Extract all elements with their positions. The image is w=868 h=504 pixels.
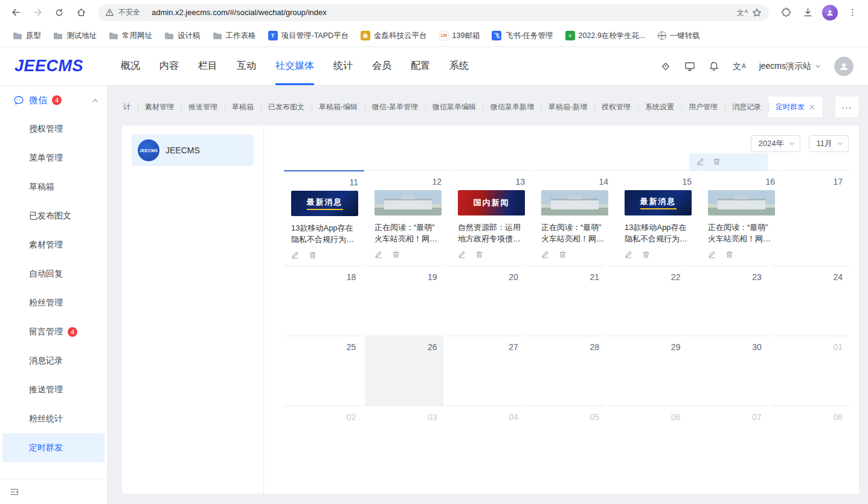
edit-icon[interactable] — [625, 250, 632, 258]
calendar-day-cell[interactable]: 07 — [689, 406, 767, 476]
bookmark-item[interactable]: 金 金磊科技云平台 — [355, 28, 432, 43]
calendar-day-cell[interactable]: 26 — [365, 336, 443, 406]
sidebar-item[interactable]: 留言管理 4 — [2, 317, 104, 346]
workspace-tab[interactable]: 微信-菜单管理 — [365, 97, 425, 117]
jeecms-logo[interactable]: JEECMS — [14, 57, 83, 75]
nav-item[interactable]: 系统 — [449, 47, 469, 85]
calendar-day-cell[interactable]: 13 国内新闻 自然资源部：运用地方政府专项债券资... — [451, 170, 531, 266]
calendar-day-cell[interactable]: 01 — [771, 336, 849, 406]
calendar-day-cell[interactable]: 27 — [446, 336, 524, 406]
workspace-tab[interactable]: 消息记录 — [725, 97, 768, 117]
calendar-day-cell[interactable]: 11 最新消息 13款移动App存在隐私不合规行为，涉... — [284, 170, 364, 266]
calendar-day-cell[interactable] — [365, 153, 443, 170]
calendar-day-cell[interactable]: 16 正在阅读：“最萌”火车站亮相！网友：... — [701, 170, 781, 266]
delete-icon[interactable] — [725, 250, 733, 258]
calendar-day-cell[interactable] — [446, 153, 524, 170]
edit-icon[interactable] — [291, 251, 299, 259]
nav-item[interactable]: 社交媒体 — [275, 47, 314, 85]
year-select[interactable]: 2024年 — [751, 135, 800, 152]
theme-skin-icon[interactable] — [660, 61, 671, 72]
bookmark-item[interactable]: 常用网址 — [103, 28, 158, 43]
calendar-day-cell[interactable] — [689, 153, 767, 170]
calendar-day-cell[interactable]: 29 — [608, 336, 686, 406]
delete-icon[interactable] — [559, 250, 567, 258]
bookmark-item[interactable]: 测试地址 — [48, 28, 102, 43]
back-icon[interactable] — [6, 3, 25, 22]
workspace-tab[interactable]: 推送管理 — [181, 97, 225, 117]
calendar-day-cell[interactable]: 15 最新消息 13款移动App存在隐私不合规行为，涉... — [617, 170, 698, 266]
calendar-day-cell[interactable]: 02 — [284, 406, 362, 476]
calendar-day-cell[interactable]: 21 — [527, 266, 605, 336]
sidebar-item[interactable]: 粉丝管理 — [2, 289, 104, 317]
chevron-up-icon[interactable] — [92, 97, 98, 104]
workspace-tab[interactable]: 定时群发 — [768, 97, 822, 117]
not-secure-warning-icon[interactable] — [105, 8, 114, 17]
edit-icon[interactable] — [708, 250, 716, 258]
nav-item[interactable]: 配置 — [411, 47, 430, 85]
sidebar-item[interactable]: 自动回复 — [2, 260, 104, 289]
tab-more-button[interactable]: ··· — [835, 97, 858, 117]
calendar-day-cell[interactable]: 12 正在阅读：“最萌”火车站亮相！网友：... — [367, 170, 448, 266]
calendar-day-cell[interactable]: 17 — [784, 170, 849, 266]
nav-item[interactable]: 栏目 — [198, 47, 217, 85]
calendar-day-cell[interactable]: 05 — [527, 406, 605, 476]
notifications-bell-icon[interactable] — [709, 61, 719, 72]
browser-profile-avatar[interactable] — [822, 5, 838, 21]
workspace-tab[interactable]: 素材管理 — [138, 97, 181, 117]
bookmark-item[interactable]: ≡ 2022.9在校学生花... — [560, 28, 651, 43]
reload-icon[interactable] — [50, 3, 69, 22]
sidebar-item[interactable]: 推送管理 — [2, 375, 104, 404]
calendar-day-cell[interactable] — [608, 153, 686, 170]
edit-icon[interactable] — [541, 250, 549, 258]
sidebar-item[interactable]: 已发布图文 — [2, 202, 104, 231]
workspace-tab[interactable]: 授权管理 — [594, 97, 638, 117]
nav-item[interactable]: 内容 — [159, 47, 179, 85]
address-bar[interactable]: 不安全 admin.x2.jeecms.com/#/social/wechat/… — [98, 4, 769, 21]
calendar-day-cell[interactable]: 20 — [446, 266, 524, 336]
bookmark-item[interactable]: 一键转载 — [652, 28, 706, 43]
site-selector[interactable]: jeecms演示站 — [759, 61, 821, 72]
collapse-sidebar-icon[interactable] — [10, 487, 19, 497]
forward-icon[interactable] — [28, 3, 47, 22]
calendar-day-cell[interactable]: 19 — [365, 266, 443, 336]
bookmark-item[interactable]: T 项目管理-TAPD平台 — [263, 28, 355, 43]
workspace-tab[interactable]: 已发布图文 — [261, 97, 312, 117]
edit-icon[interactable] — [696, 158, 704, 165]
sidebar-group-wechat[interactable]: 微信 4 — [0, 86, 107, 115]
month-select[interactable]: 11月 — [809, 135, 849, 152]
workspace-tab[interactable]: 微信菜单编辑 — [425, 97, 483, 117]
calendar-day-cell[interactable]: 18 — [284, 266, 362, 336]
translate-page-icon[interactable]: 文A — [737, 9, 748, 16]
sidebar-item[interactable]: 菜单管理 — [2, 144, 104, 173]
calendar-day-cell[interactable]: 08 — [771, 406, 849, 476]
calendar-day-cell[interactable]: 23 — [689, 266, 767, 336]
home-icon[interactable] — [71, 3, 91, 22]
calendar-day-cell[interactable]: 28 — [527, 336, 605, 406]
extensions-puzzle-icon[interactable] — [776, 3, 796, 22]
workspace-tab[interactable]: 用户管理 — [681, 97, 725, 117]
calendar-day-cell[interactable]: 04 — [446, 406, 524, 476]
bookmark-item[interactable]: 飞 飞书-任务管理 — [486, 28, 558, 43]
bookmark-item[interactable]: 工作表格 — [207, 28, 262, 43]
url-text[interactable]: admin.x2.jeecms.com/#/social/wechat/grou… — [152, 8, 733, 17]
edit-icon[interactable] — [375, 250, 382, 258]
delete-icon[interactable] — [309, 251, 317, 259]
nav-item[interactable]: 概况 — [121, 47, 140, 85]
nav-item[interactable]: 会员 — [372, 47, 391, 85]
calendar-day-cell[interactable]: 14 正在阅读：“最萌”火车站亮相！网友：... — [534, 170, 614, 266]
sidebar-item[interactable]: 草稿箱 — [2, 173, 104, 202]
nav-item[interactable]: 互动 — [237, 47, 256, 85]
edit-icon[interactable] — [458, 250, 466, 258]
sidebar-item[interactable]: 定时群发 — [2, 433, 104, 462]
delete-icon[interactable] — [392, 250, 400, 258]
preview-monitor-icon[interactable] — [684, 61, 695, 72]
calendar-day-cell[interactable] — [771, 153, 849, 170]
language-switch-icon[interactable]: 文A — [733, 62, 746, 71]
calendar-day-cell[interactable] — [527, 153, 605, 170]
delete-icon[interactable] — [475, 250, 483, 258]
downloads-icon[interactable] — [798, 3, 817, 22]
calendar-day-cell[interactable]: 24 — [771, 266, 849, 336]
browser-menu-icon[interactable] — [843, 3, 862, 22]
workspace-tab[interactable]: 草稿箱-新增 — [541, 97, 594, 117]
sidebar-item[interactable]: 素材管理 — [2, 231, 104, 260]
